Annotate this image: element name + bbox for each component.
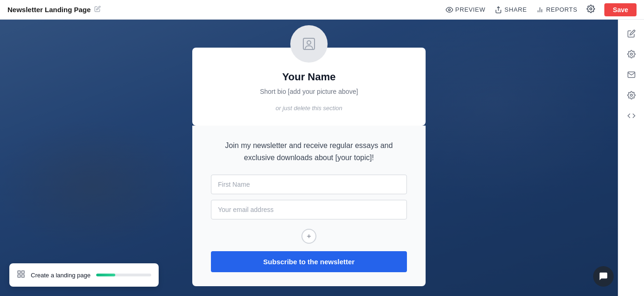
- email-input[interactable]: [211, 200, 407, 219]
- delete-hint: or just delete this section: [211, 105, 407, 112]
- profile-name: Your Name: [211, 71, 407, 83]
- progress-bar-fill: [96, 274, 115, 276]
- page-title: Newsletter Landing Page: [7, 6, 91, 14]
- settings-button[interactable]: [587, 5, 595, 14]
- svg-point-5: [590, 8, 592, 10]
- first-name-input[interactable]: [211, 175, 407, 194]
- content-area: Your Name Short bio [add your picture ab…: [0, 20, 618, 296]
- svg-rect-14: [22, 275, 24, 277]
- svg-rect-15: [18, 275, 20, 277]
- avatar[interactable]: [290, 25, 328, 63]
- top-bar: Newsletter Landing Page PREVIEW SHARE RE…: [0, 0, 644, 20]
- progress-bar-background: [96, 274, 151, 276]
- reports-button[interactable]: REPORTS: [536, 6, 577, 14]
- title-area: Newsletter Landing Page: [7, 6, 446, 14]
- svg-point-7: [630, 94, 632, 97]
- bottom-task-bar: Create a landing page: [9, 263, 159, 287]
- svg-point-0: [448, 9, 450, 11]
- svg-point-9: [307, 41, 311, 44]
- add-field-button[interactable]: [301, 229, 316, 244]
- right-tool-edit[interactable]: [623, 25, 640, 42]
- toolbar-actions: PREVIEW SHARE REPORTS Save: [446, 3, 637, 16]
- profile-card: Your Name Short bio [add your picture ab…: [192, 48, 426, 126]
- right-tool-code[interactable]: [623, 107, 640, 124]
- preview-button[interactable]: PREVIEW: [446, 6, 486, 14]
- avatar-wrapper: [290, 25, 328, 63]
- svg-point-6: [630, 53, 632, 56]
- right-tool-settings[interactable]: [623, 46, 640, 63]
- right-tool-advanced-settings[interactable]: [623, 87, 640, 104]
- right-tool-email[interactable]: [623, 66, 640, 83]
- task-icon: [17, 270, 25, 280]
- newsletter-headline: Join my newsletter and receive regular e…: [211, 140, 407, 163]
- svg-rect-13: [22, 271, 24, 273]
- share-button[interactable]: SHARE: [495, 6, 527, 14]
- canvas: Your Name Short bio [add your picture ab…: [0, 20, 618, 296]
- edit-title-icon[interactable]: [94, 6, 101, 14]
- right-toolbar: [618, 20, 644, 296]
- task-label: Create a landing page: [31, 272, 91, 279]
- newsletter-card: Join my newsletter and receive regular e…: [192, 126, 426, 286]
- svg-rect-12: [18, 271, 20, 273]
- chat-bubble[interactable]: [593, 266, 614, 287]
- save-button[interactable]: Save: [604, 3, 637, 16]
- subscribe-button[interactable]: Subscribe to the newsletter: [211, 251, 407, 272]
- profile-bio: Short bio [add your picture above]: [211, 88, 407, 95]
